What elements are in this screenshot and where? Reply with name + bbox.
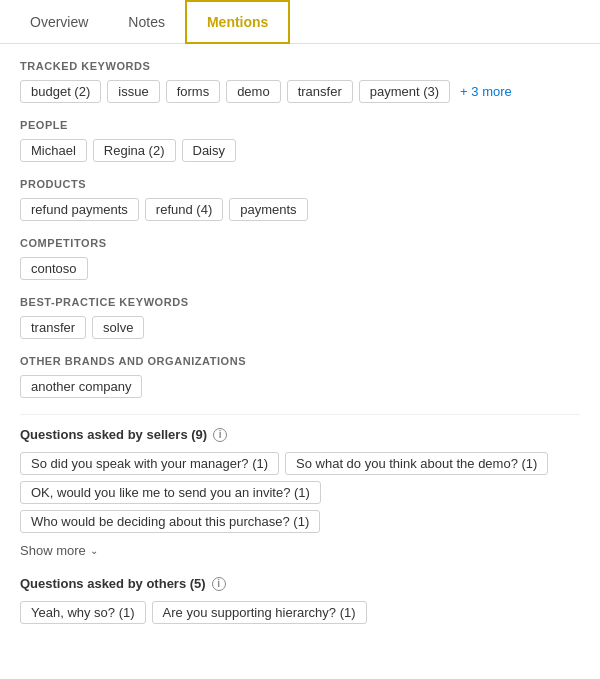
tag-more-link[interactable]: + 3 more <box>456 81 516 102</box>
divider-1 <box>20 414 580 415</box>
sellers-q2[interactable]: So what do you think about the demo? (1) <box>285 452 548 475</box>
competitors-section: COMPETITORS contoso <box>20 237 580 280</box>
other-brands-title: OTHER BRANDS AND ORGANIZATIONS <box>20 355 580 367</box>
questions-sellers-header: Questions asked by sellers (9) i <box>20 427 580 442</box>
tag-budget[interactable]: budget (2) <box>20 80 101 103</box>
tag-regina[interactable]: Regina (2) <box>93 139 176 162</box>
tab-bar: Overview Notes Mentions <box>0 0 600 44</box>
products-title: PRODUCTS <box>20 178 580 190</box>
tracked-keywords-tags: budget (2) issue forms demo transfer pay… <box>20 80 580 103</box>
questions-others-header: Questions asked by others (5) i <box>20 576 580 591</box>
competitors-tags: contoso <box>20 257 580 280</box>
questions-others-section: Questions asked by others (5) i Yeah, wh… <box>20 576 580 624</box>
tag-issue[interactable]: issue <box>107 80 159 103</box>
tag-solve[interactable]: solve <box>92 316 144 339</box>
tag-demo[interactable]: demo <box>226 80 281 103</box>
people-title: PEOPLE <box>20 119 580 131</box>
sellers-question-tags: So did you speak with your manager? (1) … <box>20 452 580 533</box>
show-more-button[interactable]: Show more ⌄ <box>20 541 580 560</box>
products-section: PRODUCTS refund payments refund (4) paym… <box>20 178 580 221</box>
questions-sellers-section: Questions asked by sellers (9) i So did … <box>20 427 580 560</box>
tracked-keywords-section: TRACKED KEYWORDS budget (2) issue forms … <box>20 60 580 103</box>
tag-forms[interactable]: forms <box>166 80 221 103</box>
others-q2[interactable]: Are you supporting hierarchy? (1) <box>152 601 367 624</box>
others-info-icon[interactable]: i <box>212 577 226 591</box>
tag-transfer[interactable]: transfer <box>287 80 353 103</box>
others-question-tags: Yeah, why so? (1) Are you supporting hie… <box>20 601 580 624</box>
tag-refund[interactable]: refund (4) <box>145 198 223 221</box>
best-practice-title: BEST-PRACTICE KEYWORDS <box>20 296 580 308</box>
tracked-keywords-title: TRACKED KEYWORDS <box>20 60 580 72</box>
mentions-content: TRACKED KEYWORDS budget (2) issue forms … <box>0 44 600 656</box>
sellers-q3[interactable]: OK, would you like me to send you an inv… <box>20 481 321 504</box>
tab-notes[interactable]: Notes <box>108 0 185 43</box>
best-practice-section: BEST-PRACTICE KEYWORDS transfer solve <box>20 296 580 339</box>
tag-contoso[interactable]: contoso <box>20 257 88 280</box>
other-brands-section: OTHER BRANDS AND ORGANIZATIONS another c… <box>20 355 580 398</box>
tag-daisy[interactable]: Daisy <box>182 139 237 162</box>
sellers-info-icon[interactable]: i <box>213 428 227 442</box>
tag-payments[interactable]: payments <box>229 198 307 221</box>
tab-overview[interactable]: Overview <box>10 0 108 43</box>
people-tags: Michael Regina (2) Daisy <box>20 139 580 162</box>
best-practice-tags: transfer solve <box>20 316 580 339</box>
tag-michael[interactable]: Michael <box>20 139 87 162</box>
tag-payment[interactable]: payment (3) <box>359 80 450 103</box>
tag-refund-payments[interactable]: refund payments <box>20 198 139 221</box>
tag-another-company[interactable]: another company <box>20 375 142 398</box>
others-q1[interactable]: Yeah, why so? (1) <box>20 601 146 624</box>
other-brands-tags: another company <box>20 375 580 398</box>
people-section: PEOPLE Michael Regina (2) Daisy <box>20 119 580 162</box>
chevron-down-icon: ⌄ <box>90 545 98 556</box>
tag-transfer-bp[interactable]: transfer <box>20 316 86 339</box>
sellers-q1[interactable]: So did you speak with your manager? (1) <box>20 452 279 475</box>
sellers-q4[interactable]: Who would be deciding about this purchas… <box>20 510 320 533</box>
competitors-title: COMPETITORS <box>20 237 580 249</box>
tab-mentions[interactable]: Mentions <box>185 0 290 44</box>
products-tags: refund payments refund (4) payments <box>20 198 580 221</box>
